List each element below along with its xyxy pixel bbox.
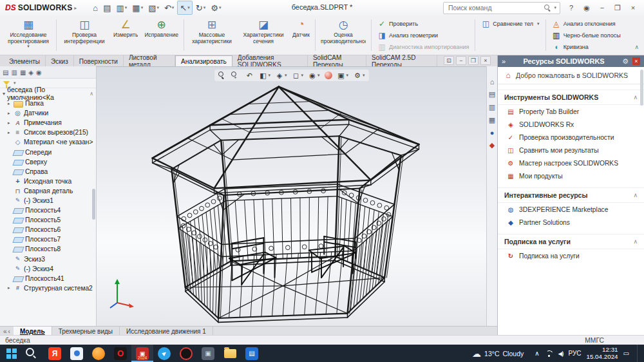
ribbon-small-button[interactable]: Сравнение тел ▾ [478,18,542,29]
chevron-up-icon[interactable]: ∧ [633,94,638,100]
section-header[interactable]: Интерактивные ресурсы ∧ [498,188,644,203]
task-pane-item[interactable]: Подписка на услуги [498,249,644,262]
chevron-up-icon[interactable]: ∧ [633,238,638,245]
search-icon[interactable] [544,5,551,12]
red-ring-app-icon[interactable] [175,345,197,362]
tree-item[interactable]: ▸ (-) Эскиз1 [0,196,96,205]
expand-icon[interactable]: ▸ [8,130,12,135]
solidworks-logo[interactable]: DS SOLIDWORKS ▸ [0,3,82,12]
view-settings-icon[interactable]: ⚙ ▾ [352,70,366,81]
command-tab[interactable]: SolidCAM Переходы [308,55,366,66]
task-pane-item[interactable]: Property Tab Builder [498,105,644,118]
task-pane-item[interactable]: Проверка производительности [498,131,644,144]
command-tab[interactable]: Листовой металл [124,55,175,66]
weather-widget[interactable]: ☁ 13°C Cloudy [467,348,529,359]
ribbon-button[interactable]: Проверка интерференции ▾ [59,15,110,55]
tree-item[interactable]: ▸ Плоскость4 [0,205,96,215]
task-pane-item[interactable]: Мои продукты [498,169,644,182]
tree-item[interactable]: ▸ Сверху [0,157,96,167]
close-icon[interactable]: × [626,2,640,14]
tree-scrollbar[interactable] [92,189,95,220]
minimize-icon[interactable]: − [595,2,609,14]
section-view-icon[interactable]: ◧ ▾ [257,70,272,81]
doc-close-icon[interactable]: × [480,56,491,65]
doc-maximize-icon[interactable]: ❐ [468,56,478,65]
ribbon-button[interactable]: Исправление ▾ [141,15,182,55]
select-icon[interactable]: ↖▾ [177,1,192,15]
tree-item[interactable]: ▸ Список вырезов(215) [0,128,96,137]
command-tab[interactable]: Эскиз [46,55,74,66]
search-dropdown-icon[interactable]: ▾ [554,5,556,10]
ribbon-small-button[interactable]: Кривизна ▾ [549,41,623,52]
yandex-browser-icon[interactable]: Я [44,345,66,362]
tree-item[interactable]: ▸ Плоскость41 [0,274,96,283]
expand-icon[interactable]: ▸ [8,111,12,116]
file-explorer-icon[interactable] [219,345,241,362]
language-indicator[interactable]: РУС [568,350,581,357]
tree-root-item[interactable]: ▾ беседка (По умолчанию<Ка ∧ [0,88,96,99]
display-manager-tab-icon[interactable]: ◉ [36,69,42,76]
search-button[interactable] [22,345,44,362]
gazebo-model[interactable] [129,81,431,326]
units-indicator[interactable]: ММГС [585,337,604,344]
open-icon[interactable]: ▥▾ [115,1,129,14]
opera-icon[interactable]: O [109,345,131,362]
ribbon-small-button[interactable]: Диагностика импортирования ▾ [375,41,471,52]
expand-icon[interactable]: ▸ [8,120,12,126]
ribbon-button[interactable]: Массовые характеристики ▾ [186,15,238,55]
dimxpert-tab-icon[interactable]: ◈ [28,69,33,76]
options-icon[interactable]: ⚙▾ [209,1,223,14]
tab-scroll-buttons[interactable]: « ‹ [0,327,14,336]
ribbon-small-button[interactable]: Черно-белые полосы ▾ [549,30,623,41]
tree-item[interactable]: ▸ Структурная система2 [0,283,96,293]
screen-recorder-icon[interactable]: 2024 [131,345,153,362]
tree-item[interactable]: ▸ Справа [0,167,96,176]
home-icon[interactable]: ⌂▾ [91,1,100,14]
orange-app-icon[interactable] [88,345,109,362]
section-header[interactable]: Подписка на услуги ∧ [498,234,644,249]
new-document-icon[interactable]: ▤▾ [101,1,113,14]
tree-item[interactable]: ▸ Плоскость8 [0,244,96,254]
task-pane-item[interactable]: SOLIDWORKS Rx [498,118,644,131]
mail-app-icon[interactable] [66,345,88,362]
ribbon-collapse-icon[interactable]: ∧ [634,44,639,50]
file-explorer-tab-icon[interactable]: ▥ [489,103,495,111]
command-search[interactable]: ▾ [443,2,560,14]
tree-item[interactable]: ▸ (-) Эскиз4 [0,264,96,274]
tree-item[interactable]: ▸ Плоскость7 [0,234,96,244]
tree-item[interactable]: ▸ Примечания [0,118,96,128]
task-pane-item[interactable]: Сравнить мои результаты [498,144,644,157]
task-pane-scrollbar[interactable] [640,70,643,106]
welcome-link[interactable]: Добро пожаловать в SOLIDWORKS [498,67,644,84]
tree-item[interactable]: ▸ Спереди [0,147,96,157]
show-desktop-button[interactable] [637,345,640,362]
appearances-icon[interactable]: ● [490,129,495,137]
save-icon[interactable]: ▦▾ [130,1,145,14]
tree-item[interactable]: ▸ Исходная точка [0,176,96,186]
tree-item[interactable]: ▸ Материал <не указан> [0,137,96,147]
network-icon[interactable] [545,350,553,357]
panel-collapse-icon[interactable]: ∧ [90,91,93,97]
print-icon[interactable]: ▧▾ [146,1,161,14]
ribbon-button[interactable]: Исследование проектирования ▾ [3,15,54,55]
edit-appearance-icon[interactable]: ▾ [323,70,334,81]
tree-item[interactable]: ▸ Эскиз3 [0,254,96,264]
prev-tab-icon[interactable]: ‹ [8,328,10,335]
task-pane-item[interactable]: Partner Solutions [498,216,644,229]
ribbon-button[interactable]: Характеристики сечения ▾ [238,15,289,55]
expand-icon[interactable]: ▸ [8,101,12,106]
notification-center-icon[interactable]: ▭ [623,350,629,357]
resources-tab-icon[interactable]: ⌂ [490,78,495,86]
ribbon-small-button[interactable]: Проверить ▾ [375,18,471,29]
tree-item[interactable]: ▸ Сварная деталь [0,186,96,196]
maximize-icon[interactable]: ❐ [611,2,625,14]
search-input[interactable] [447,3,542,12]
chevron-up-icon[interactable]: ∧ [633,192,638,198]
tree-item[interactable]: ▸ Датчики [0,108,96,118]
configuration-manager-tab-icon[interactable]: ▦ [20,69,26,76]
close-pane-icon[interactable]: × [632,57,640,65]
graphics-area[interactable]: ▾ ▾ ↶ ▾ ◧ ▾ ◈ ▾ [97,66,486,326]
clock[interactable]: 12:31 15.04.2024 [587,347,618,360]
zoom-fit-icon[interactable]: ▾ [216,70,228,81]
user-icon[interactable]: ◉ [580,2,594,14]
